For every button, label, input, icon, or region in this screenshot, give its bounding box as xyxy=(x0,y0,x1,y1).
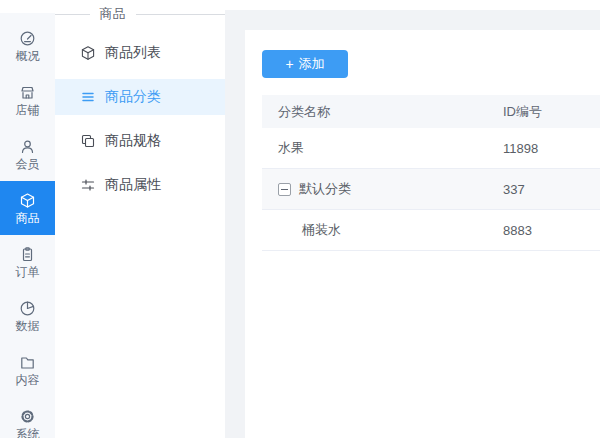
sidebar-item-content[interactable]: 内容 xyxy=(0,343,55,397)
divider-line xyxy=(136,14,226,15)
submenu-item-label: 商品分类 xyxy=(105,88,161,106)
table-row-bottled-water[interactable]: 桶装水 8883 xyxy=(262,210,600,251)
submenu-item-label: 商品属性 xyxy=(105,176,161,194)
submenu-item-goods-category[interactable]: 商品分类 xyxy=(55,79,225,115)
collapse-minus-icon[interactable] xyxy=(278,183,291,196)
content-panel: + 添加 分类名称 ID编号 水果 11898 默认分类 337 桶装水 xyxy=(245,30,600,438)
sidebar-item-label: 店铺 xyxy=(16,104,40,116)
submenu-item-goods-list[interactable]: 商品列表 xyxy=(55,35,225,71)
table-row-fruit[interactable]: 水果 11898 xyxy=(262,128,600,169)
category-id-cell: 8883 xyxy=(487,223,600,238)
sidebar-item-label: 会员 xyxy=(16,158,40,170)
content-folder-icon xyxy=(19,354,36,371)
cube-icon xyxy=(80,45,96,61)
submenu-group-title-label: 商品 xyxy=(100,5,126,23)
table-row-default-category[interactable]: 默认分类 337 xyxy=(262,169,600,210)
table-header-row: 分类名称 ID编号 xyxy=(262,95,600,128)
sidebar-item-members[interactable]: 会员 xyxy=(0,127,55,181)
category-name-cell: 桶装水 xyxy=(262,221,487,239)
sidebar-item-overview[interactable]: 概况 xyxy=(0,19,55,73)
submenu: 商品列表 商品分类 商品规格 xyxy=(55,0,225,203)
submenu-item-label: 商品规格 xyxy=(105,132,161,150)
sliders-icon xyxy=(80,177,96,193)
sidebar-item-label: 概况 xyxy=(16,50,40,62)
add-button-label: 添加 xyxy=(299,55,325,73)
submenu-item-goods-attr[interactable]: 商品属性 xyxy=(55,167,225,203)
left-pane: 商品 概况 店铺 会员 xyxy=(0,0,225,438)
shop-icon xyxy=(19,84,36,101)
category-id-cell: 11898 xyxy=(487,141,600,156)
sidebar-item-label: 系统 xyxy=(16,428,40,438)
plus-icon: + xyxy=(285,57,293,71)
sidebar-item-label: 内容 xyxy=(16,374,40,386)
dashboard-icon xyxy=(19,30,36,47)
goods-cube-icon xyxy=(19,192,36,209)
main-area: + 添加 分类名称 ID编号 水果 11898 默认分类 337 桶装水 xyxy=(225,0,600,438)
column-header-category-name: 分类名称 xyxy=(262,103,487,121)
submenu-item-label: 商品列表 xyxy=(105,44,161,62)
sidebar-item-orders[interactable]: 订单 xyxy=(0,235,55,289)
submenu-item-goods-spec[interactable]: 商品规格 xyxy=(55,123,225,159)
add-button[interactable]: + 添加 xyxy=(262,50,348,78)
sidebar-item-label: 数据 xyxy=(16,320,40,332)
sidebar-item-label: 商品 xyxy=(16,212,40,224)
sidebar-item-shop[interactable]: 店铺 xyxy=(0,73,55,127)
sidebar-item-label: 订单 xyxy=(16,266,40,278)
sidebar-item-goods[interactable]: 商品 xyxy=(0,181,55,235)
category-id-cell: 337 xyxy=(487,182,600,197)
list-icon xyxy=(80,89,96,105)
copy-icon xyxy=(80,133,96,149)
column-header-id: ID编号 xyxy=(487,103,600,121)
data-pie-icon xyxy=(19,300,36,317)
category-name-cell: 水果 xyxy=(262,139,487,157)
primary-sidebar: 概况 店铺 会员 商品 xyxy=(0,13,55,438)
sidebar-item-data[interactable]: 数据 xyxy=(0,289,55,343)
sidebar-item-system[interactable]: 系统 xyxy=(0,397,55,438)
category-table: 分类名称 ID编号 水果 11898 默认分类 337 桶装水 8883 xyxy=(262,95,600,251)
category-name-cell: 默认分类 xyxy=(299,180,351,198)
member-icon xyxy=(19,138,36,155)
order-icon xyxy=(19,246,36,263)
system-gear-icon xyxy=(19,408,36,425)
